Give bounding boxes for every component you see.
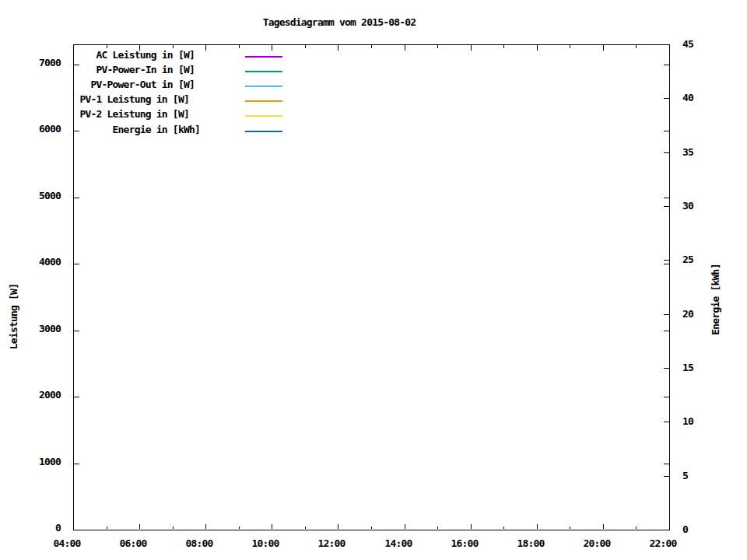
x-axis-tick-label: 20:00 <box>583 538 610 549</box>
y-axis-left-tick-label: 2000 <box>39 390 61 401</box>
x-axis-tick-label: 14:00 <box>384 538 412 549</box>
y-axis-left-tick-label: 0 <box>55 523 61 534</box>
x-axis-tick-label: 06:00 <box>119 538 146 549</box>
y-axis-left-tick-label: 5000 <box>39 191 61 201</box>
x-axis-tick-label: 12:00 <box>317 538 345 549</box>
legend-label: PV-2 Leistung in [W] <box>79 109 200 120</box>
x-axis-tick-label: 10:00 <box>251 538 279 549</box>
legend-label: PV-Power-In in [W] <box>96 65 200 75</box>
y-axis-right-tick-label: 15 <box>682 362 693 373</box>
x-axis-tick-label: 18:00 <box>517 538 544 549</box>
y-axis-right-tick-label: 45 <box>682 39 693 50</box>
y-axis-right-tick-label: 35 <box>682 147 693 158</box>
legend-label: PV-Power-Out in [W] <box>90 79 200 90</box>
x-axis-tick-label: 08:00 <box>185 538 212 549</box>
y-axis-left-tick-label: 6000 <box>39 124 61 135</box>
x-axis-tick-label: 22:00 <box>649 538 676 549</box>
y-axis-right-tick-label: 0 <box>682 524 688 535</box>
y-axis-right-tick-label: 20 <box>682 309 693 320</box>
y-axis-right-tick-label: 25 <box>682 254 693 265</box>
x-axis-tick-label: 04:00 <box>53 538 80 549</box>
legend-label: Energie in [kWh] <box>113 124 200 135</box>
y-axis-left-tick-label: 4000 <box>39 257 61 268</box>
y-axis-right-tick-label: 5 <box>682 471 688 481</box>
legend-label: PV-1 Leistung in [W] <box>79 94 200 105</box>
y-axis-right-tick-label: 30 <box>682 201 693 212</box>
legend-label: AC Leistung in [W] <box>96 50 200 61</box>
y-axis-right-tick-label: 40 <box>682 93 693 103</box>
y-axis-left-tick-label: 1000 <box>39 457 61 467</box>
y-axis-left-tick-label: 3000 <box>39 324 61 334</box>
chart-canvas: Tagesdiagramm vom 2015-08-02 Leistung [W… <box>0 0 747 560</box>
y-axis-right-tick-label: 10 <box>682 416 693 427</box>
y-axis-left-tick-label: 7000 <box>39 58 61 68</box>
x-axis-tick-label: 16:00 <box>451 538 478 549</box>
